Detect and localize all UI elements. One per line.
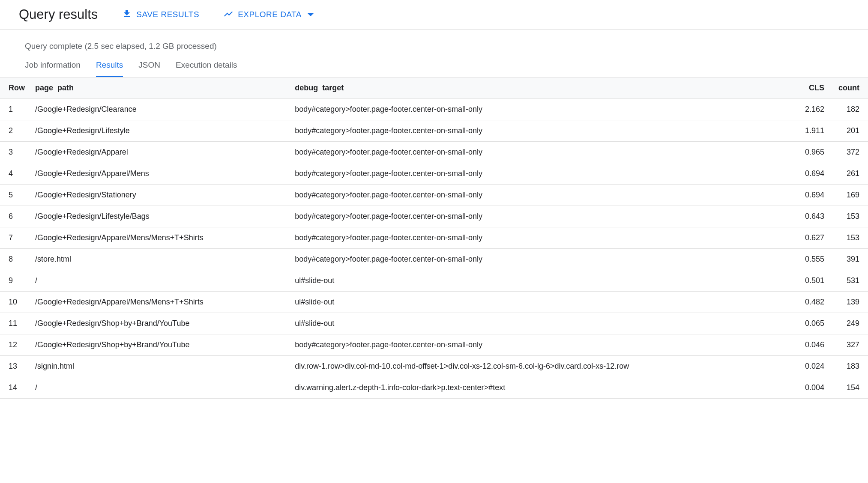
col-page-path[interactable]: page_path <box>30 78 290 99</box>
cell-count: 169 <box>829 185 868 206</box>
explore-data-label: EXPLORE DATA <box>238 10 302 19</box>
save-results-label: SAVE RESULTS <box>136 10 199 19</box>
cell-page-path: /Google+Redesign/Lifestyle <box>30 120 290 142</box>
cell-count: 154 <box>829 377 868 399</box>
cell-debug-target: body#category>footer.page-footer.center-… <box>290 120 791 142</box>
table-row[interactable]: 1/Google+Redesign/Clearancebody#category… <box>0 99 868 120</box>
cell-cls: 1.911 <box>791 120 829 142</box>
cell-page-path: /signin.html <box>30 356 290 377</box>
cell-debug-target: body#category>footer.page-footer.center-… <box>290 185 791 206</box>
cell-page-path: /Google+Redesign/Apparel/Mens <box>30 163 290 185</box>
cell-cls: 0.482 <box>791 292 829 313</box>
header: Query results SAVE RESULTS EXPLORE DATA <box>0 0 868 30</box>
table-row[interactable]: 13/signin.htmldiv.row-1.row>div.col-md-1… <box>0 356 868 377</box>
col-debug-target[interactable]: debug_target <box>290 78 791 99</box>
cell-page-path: /store.html <box>30 249 290 270</box>
chart-icon <box>223 9 233 21</box>
cell-debug-target: ul#slide-out <box>290 270 791 292</box>
explore-data-button[interactable]: EXPLORE DATA <box>223 9 314 21</box>
cell-row: 11 <box>0 313 30 334</box>
cell-debug-target: body#category>footer.page-footer.center-… <box>290 227 791 249</box>
cell-debug-target: body#category>footer.page-footer.center-… <box>290 206 791 227</box>
cell-row: 7 <box>0 227 30 249</box>
cell-debug-target: body#category>footer.page-footer.center-… <box>290 142 791 163</box>
download-icon <box>122 9 132 21</box>
table-row[interactable]: 4/Google+Redesign/Apparel/Mensbody#categ… <box>0 163 868 185</box>
save-results-button[interactable]: SAVE RESULTS <box>122 9 199 21</box>
cell-count: 261 <box>829 163 868 185</box>
cell-cls: 0.046 <box>791 334 829 356</box>
cell-debug-target: body#category>footer.page-footer.center-… <box>290 249 791 270</box>
cell-cls: 0.065 <box>791 313 829 334</box>
cell-row: 13 <box>0 356 30 377</box>
table-row[interactable]: 14/div.warning.alert.z-depth-1.info-colo… <box>0 377 868 399</box>
cell-page-path: /Google+Redesign/Stationery <box>30 185 290 206</box>
table-row[interactable]: 2/Google+Redesign/Lifestylebody#category… <box>0 120 868 142</box>
col-cls[interactable]: CLS <box>791 78 829 99</box>
cell-debug-target: ul#slide-out <box>290 313 791 334</box>
cell-row: 6 <box>0 206 30 227</box>
tab-results[interactable]: Results <box>96 60 123 77</box>
cell-count: 183 <box>829 356 868 377</box>
table-row[interactable]: 5/Google+Redesign/Stationerybody#categor… <box>0 185 868 206</box>
cell-cls: 0.694 <box>791 163 829 185</box>
cell-page-path: / <box>30 270 290 292</box>
cell-cls: 0.501 <box>791 270 829 292</box>
table-row[interactable]: 12/Google+Redesign/Shop+by+Brand/YouTube… <box>0 334 868 356</box>
cell-page-path: /Google+Redesign/Clearance <box>30 99 290 120</box>
cell-debug-target: div.warning.alert.z-depth-1.info-color-d… <box>290 377 791 399</box>
cell-row: 2 <box>0 120 30 142</box>
cell-row: 5 <box>0 185 30 206</box>
chevron-down-icon <box>308 13 314 16</box>
cell-cls: 0.965 <box>791 142 829 163</box>
cell-cls: 2.162 <box>791 99 829 120</box>
page-title: Query results <box>19 7 98 22</box>
cell-count: 372 <box>829 142 868 163</box>
col-row[interactable]: Row <box>0 78 30 99</box>
cell-cls: 0.694 <box>791 185 829 206</box>
cell-page-path: /Google+Redesign/Lifestyle/Bags <box>30 206 290 227</box>
cell-count: 391 <box>829 249 868 270</box>
cell-count: 531 <box>829 270 868 292</box>
cell-page-path: / <box>30 377 290 399</box>
results-table: Row page_path debug_target CLS count 1/G… <box>0 78 868 399</box>
cell-debug-target: body#category>footer.page-footer.center-… <box>290 99 791 120</box>
cell-debug-target: body#category>footer.page-footer.center-… <box>290 163 791 185</box>
cell-cls: 0.555 <box>791 249 829 270</box>
cell-cls: 0.627 <box>791 227 829 249</box>
table-row[interactable]: 7/Google+Redesign/Apparel/Mens/Mens+T+Sh… <box>0 227 868 249</box>
cell-row: 3 <box>0 142 30 163</box>
cell-row: 1 <box>0 99 30 120</box>
status-text: Query complete (2.5 sec elapsed, 1.2 GB … <box>25 42 843 51</box>
cell-cls: 0.024 <box>791 356 829 377</box>
table-row[interactable]: 10/Google+Redesign/Apparel/Mens/Mens+T+S… <box>0 292 868 313</box>
cell-count: 249 <box>829 313 868 334</box>
cell-count: 139 <box>829 292 868 313</box>
cell-row: 10 <box>0 292 30 313</box>
cell-count: 182 <box>829 99 868 120</box>
cell-row: 8 <box>0 249 30 270</box>
cell-page-path: /Google+Redesign/Apparel/Mens/Mens+T+Shi… <box>30 292 290 313</box>
cell-row: 9 <box>0 270 30 292</box>
table-row[interactable]: 6/Google+Redesign/Lifestyle/Bagsbody#cat… <box>0 206 868 227</box>
table-row[interactable]: 8/store.htmlbody#category>footer.page-fo… <box>0 249 868 270</box>
cell-cls: 0.004 <box>791 377 829 399</box>
cell-count: 153 <box>829 227 868 249</box>
table-row[interactable]: 3/Google+Redesign/Apparelbody#category>f… <box>0 142 868 163</box>
table-row[interactable]: 11/Google+Redesign/Shop+by+Brand/YouTube… <box>0 313 868 334</box>
tab-json[interactable]: JSON <box>138 60 160 77</box>
tab-job-information[interactable]: Job information <box>25 60 81 77</box>
cell-debug-target: div.row-1.row>div.col-md-10.col-md-offse… <box>290 356 791 377</box>
col-count[interactable]: count <box>829 78 868 99</box>
cell-debug-target: ul#slide-out <box>290 292 791 313</box>
tabs: Job informationResultsJSONExecution deta… <box>0 51 868 78</box>
table-row[interactable]: 9/ul#slide-out0.501531 <box>0 270 868 292</box>
cell-cls: 0.643 <box>791 206 829 227</box>
table-body: 1/Google+Redesign/Clearancebody#category… <box>0 99 868 399</box>
status-area: Query complete (2.5 sec elapsed, 1.2 GB … <box>0 30 868 51</box>
cell-count: 153 <box>829 206 868 227</box>
cell-debug-target: body#category>footer.page-footer.center-… <box>290 334 791 356</box>
tab-execution-details[interactable]: Execution details <box>176 60 237 77</box>
cell-page-path: /Google+Redesign/Apparel <box>30 142 290 163</box>
cell-count: 201 <box>829 120 868 142</box>
